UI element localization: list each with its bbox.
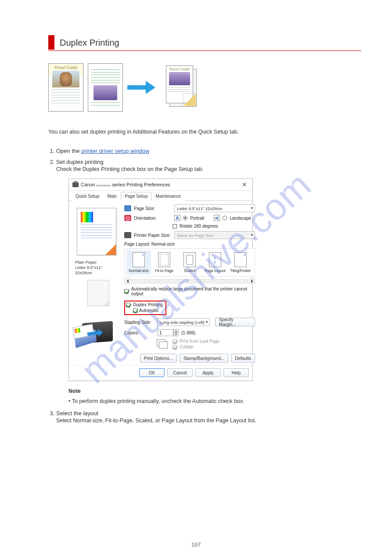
rotate-180-label: Rotate 180 degrees bbox=[180, 224, 218, 229]
stapling-side-dropdown[interactable]: Long-side stapling (Left) bbox=[157, 318, 210, 326]
print-last-page-label: Print from Last Page bbox=[180, 339, 219, 344]
inner-button-row: Print Options... Stamp/Background... Def… bbox=[124, 352, 255, 363]
arrow-icon bbox=[127, 81, 157, 94]
step-3-body: Select Normal-size, Fit-to-Page, Scaled,… bbox=[56, 417, 361, 424]
close-icon[interactable]: ✕ bbox=[240, 181, 249, 188]
step-3-title: Select the layout bbox=[56, 410, 98, 417]
auto-reduce-checkbox[interactable] bbox=[124, 289, 129, 294]
step-2-title: Set duplex printing bbox=[56, 159, 104, 165]
print-preferences-dialog: Canon ▬▬▬ series Printing Preferences ✕ … bbox=[68, 178, 253, 381]
highlight-box: Duplex Printing Automatic bbox=[124, 301, 166, 315]
print-last-page-checkbox bbox=[173, 339, 177, 344]
steps-list: Open the printer driver setup window Set… bbox=[48, 148, 361, 424]
layout-normal-size[interactable]: Normal-size bbox=[126, 250, 151, 275]
printer-paper-size-label: Printer Paper Size: bbox=[134, 233, 172, 238]
print-options-button[interactable]: Print Options... bbox=[140, 354, 177, 363]
layout-page-layout[interactable]: Page Layout bbox=[203, 250, 227, 275]
chevron-down-icon bbox=[205, 321, 208, 323]
illustration-page-duplex: Travel Guide bbox=[166, 65, 198, 109]
intro-text: You can also set duplex printing in Addi… bbox=[48, 127, 361, 136]
dialog-tabs: Quick Setup Main Page Setup Maintenance bbox=[69, 192, 252, 201]
defaults-button[interactable]: Defaults bbox=[231, 354, 255, 363]
page-size-icon bbox=[124, 205, 131, 211]
collate-icon bbox=[157, 339, 168, 349]
portrait-radio[interactable] bbox=[183, 216, 187, 220]
cancel-button[interactable]: Cancel bbox=[167, 368, 193, 377]
page-title: Duplex Printing bbox=[60, 35, 361, 50]
step-1-prefix: Open the bbox=[56, 148, 81, 154]
preview-caption: Plain Paper Letter 8.5"x11" 22x28cm bbox=[72, 258, 121, 279]
landscape-radio[interactable] bbox=[223, 216, 227, 220]
collate-label: Collate bbox=[180, 345, 193, 349]
copies-spinner[interactable]: ▲▼ bbox=[158, 329, 179, 336]
step-1: Open the printer driver setup window bbox=[56, 148, 361, 154]
page-layout-options: Normal-size Fit-to-Page Scaled Page Layo… bbox=[124, 248, 255, 277]
dialog-title: Canon ▬▬▬ series Printing Preferences bbox=[81, 182, 170, 187]
portrait-glyph-icon: A bbox=[174, 215, 180, 221]
spin-up-icon[interactable]: ▲ bbox=[173, 329, 179, 333]
orientation-icon bbox=[124, 215, 131, 221]
copies-range: (1-999) bbox=[181, 330, 195, 335]
layout-tiling-poster[interactable]: Tiling/Poster bbox=[228, 250, 253, 275]
ok-button[interactable]: OK bbox=[139, 368, 165, 377]
illustration: Travel Guide T bbox=[48, 63, 361, 112]
layout-scaled[interactable]: Scaled bbox=[177, 250, 202, 275]
duplex-checkbox[interactable] bbox=[126, 303, 130, 307]
heading-row: Duplex Printing bbox=[48, 35, 361, 50]
page-layout-label: Page Layout: Normal-size bbox=[124, 242, 255, 247]
note-heading: Note bbox=[68, 387, 361, 395]
duplex-label: Duplex Printing bbox=[133, 302, 163, 307]
specify-margin-button[interactable]: Specify Margin... bbox=[215, 318, 255, 326]
dialog-titlebar: Canon ▬▬▬ series Printing Preferences ✕ bbox=[69, 179, 252, 191]
collate-checkbox bbox=[173, 345, 177, 349]
printer-paper-size-dropdown: Same as Page Size bbox=[174, 231, 255, 239]
stamp-background-button[interactable]: Stamp/Background... bbox=[180, 354, 228, 363]
apply-button[interactable]: Apply bbox=[195, 368, 221, 377]
heading-underline bbox=[48, 51, 361, 51]
chevron-down-icon bbox=[251, 234, 253, 236]
stapling-side-label: Stapling Side: bbox=[124, 320, 155, 325]
preview-printer-graphic bbox=[72, 310, 121, 348]
scroll-right-button[interactable] bbox=[249, 279, 255, 284]
copies-label: Copies: bbox=[124, 330, 155, 335]
tab-page-setup[interactable]: Page Setup bbox=[121, 192, 151, 201]
copies-input[interactable] bbox=[158, 329, 173, 336]
spin-down-icon[interactable]: ▼ bbox=[173, 333, 179, 336]
printer-paper-size-icon bbox=[124, 232, 131, 238]
preview-page bbox=[77, 208, 116, 255]
page-number: 197 bbox=[0, 541, 392, 548]
printer-icon bbox=[72, 182, 79, 187]
scroll-left-button[interactable] bbox=[124, 279, 130, 284]
landscape-glyph-icon: A bbox=[214, 215, 220, 221]
illustration-page-front: Travel Guide bbox=[48, 63, 83, 112]
preview-back-thumb bbox=[87, 280, 109, 306]
dialog-footer-buttons: OK Cancel Apply Help bbox=[69, 365, 252, 381]
tab-maintenance[interactable]: Maintenance bbox=[151, 192, 184, 201]
step-3: Select the layout Select Normal-size, Fi… bbox=[56, 410, 361, 424]
automatic-checkbox[interactable] bbox=[133, 308, 137, 313]
automatic-label: Automatic bbox=[139, 308, 158, 313]
rotate-180-checkbox[interactable] bbox=[173, 224, 177, 229]
layout-scrollbar[interactable] bbox=[124, 279, 255, 284]
orientation-label: Orientation: bbox=[134, 216, 172, 221]
landscape-label: Landscape bbox=[230, 216, 251, 221]
document-page: Duplex Printing Travel Guide bbox=[0, 0, 392, 446]
note-body: • To perform duplex printing manually, u… bbox=[68, 397, 361, 406]
page-size-label: Page Size: bbox=[134, 206, 172, 211]
page-size-dropdown[interactable]: Letter 8.5"x11" 22x28cm bbox=[174, 204, 255, 212]
portrait-label: Portrait bbox=[190, 216, 204, 221]
layout-fit-to-page[interactable]: Fit-to-Page bbox=[152, 250, 176, 275]
note-block: Note • To perform duplex printing manual… bbox=[68, 387, 361, 406]
driver-setup-link[interactable]: printer driver setup window bbox=[81, 148, 149, 154]
tab-quick-setup[interactable]: Quick Setup bbox=[72, 192, 103, 201]
step-2: Set duplex printing Check the Duplex Pri… bbox=[56, 159, 361, 406]
heading-bar bbox=[48, 35, 54, 50]
auto-reduce-label: Automatically reduce large document that… bbox=[131, 287, 255, 296]
tab-main[interactable]: Main bbox=[103, 192, 121, 201]
chevron-down-icon bbox=[251, 207, 253, 209]
step-2-body: Check the Duplex Printing check box on t… bbox=[56, 166, 361, 172]
help-button[interactable]: Help bbox=[223, 368, 249, 377]
illustration-page-back bbox=[88, 63, 123, 112]
